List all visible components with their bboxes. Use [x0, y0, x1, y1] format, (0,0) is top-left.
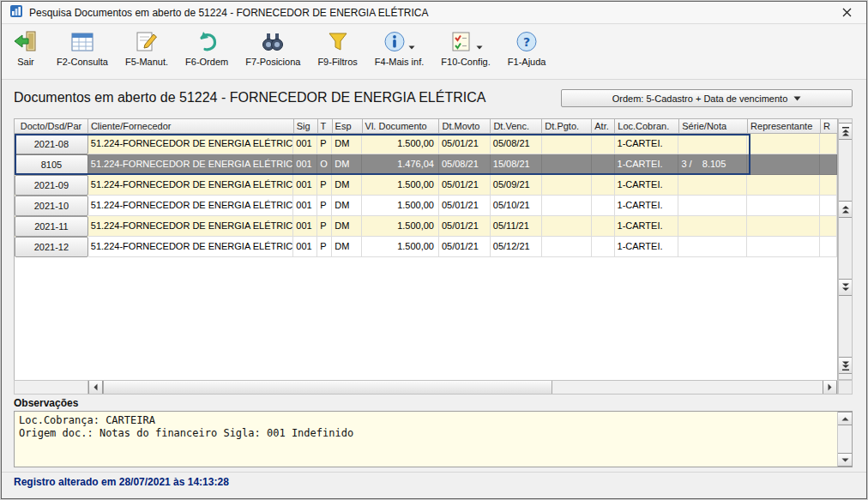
column-header[interactable]: Vl. Documento	[363, 118, 440, 134]
cell	[592, 216, 615, 237]
scroll-first-button[interactable]	[839, 123, 852, 140]
undo-icon	[195, 30, 219, 57]
toolbar-button-f2-consulta[interactable]: F2-Consulta	[57, 30, 108, 67]
table-row[interactable]: 2021-1251.224-FORNECEDOR DE ENERGIA ELÉT…	[15, 237, 837, 257]
scroll-track[interactable]	[839, 218, 852, 279]
cell	[542, 237, 592, 257]
info-icon	[383, 30, 406, 57]
cell	[747, 216, 820, 237]
table-row[interactable]: 2021-1151.224-FORNECEDOR DE ENERGIA ELÉT…	[15, 216, 837, 237]
order-button[interactable]: Ordem: 5-Cadastro + Data de vencimento	[561, 89, 853, 107]
cell: 001	[293, 196, 317, 216]
memo-text: Loc.Cobrança: CARTEIRAOrigem doc.: Notas…	[19, 414, 835, 440]
row-header-button[interactable]: 2021-09	[15, 175, 88, 196]
memo-scroll-up-button[interactable]	[838, 412, 852, 425]
dropdown-arrow-icon[interactable]	[408, 38, 415, 53]
toolbar-button-f10-config[interactable]: F10-Config.	[441, 30, 490, 67]
status-separator	[2, 472, 866, 473]
edit-icon	[135, 30, 159, 57]
scroll-prior-button[interactable]	[839, 201, 852, 218]
column-header[interactable]: Cliente/Fornecedor	[88, 118, 294, 134]
scroll-next-button[interactable]	[839, 279, 852, 296]
help-icon: ?	[515, 30, 538, 57]
memo-scrollbar[interactable]	[837, 412, 852, 467]
horizontal-scrollbar[interactable]	[14, 380, 838, 395]
memo-scroll-track[interactable]	[838, 425, 852, 453]
toolbar-label: F2-Consulta	[57, 57, 108, 67]
cell	[747, 154, 820, 175]
cell: 001	[293, 134, 317, 154]
scroll-last-button[interactable]	[839, 357, 852, 374]
toolbar-label: F7-Posiciona	[245, 57, 300, 67]
column-header[interactable]: T	[318, 118, 333, 134]
close-icon	[842, 8, 852, 17]
row-header-button[interactable]: 2021-08	[15, 134, 88, 154]
cell: DM	[332, 216, 362, 237]
column-header[interactable]: Dt.Pgto.	[542, 118, 592, 134]
table-row[interactable]: 810551.224-FORNECEDOR DE ENERGIA ELÉTRIC…	[15, 154, 837, 175]
scroll-right-button[interactable]	[823, 381, 837, 394]
toolbar-label: Sair	[17, 57, 34, 67]
toolbar-button-f1-ajuda[interactable]: ?F1-Ajuda	[508, 30, 546, 67]
arrow-right-icon	[828, 383, 832, 391]
arrow-left-icon	[93, 383, 98, 391]
row-header-button[interactable]: 2021-10	[15, 196, 88, 216]
vertical-scrollbar[interactable]	[838, 118, 853, 380]
cell: 1.500,00	[362, 175, 439, 196]
window-title: Pesquisa Documentos em aberto de 51224 -…	[29, 7, 429, 19]
memo-scroll-down-button[interactable]	[838, 453, 852, 467]
toolbar-button-f5-manut[interactable]: F5-Manut.	[125, 30, 168, 67]
cell	[542, 196, 592, 216]
app-window: Pesquisa Documentos em aberto de 51224 -…	[1, 1, 867, 499]
scroll-track[interactable]	[839, 296, 852, 357]
row-header-button[interactable]: 2021-12	[15, 237, 88, 257]
toolbar-button-f7-posiciona[interactable]: F7-Posiciona	[245, 30, 300, 67]
memo-line: Loc.Cobrança: CARTEIRA	[19, 414, 835, 427]
column-header[interactable]: Série/Nota	[679, 118, 748, 134]
filter-icon	[326, 30, 350, 57]
cell	[747, 237, 820, 257]
toolbar-button-f6-ordem[interactable]: F6-Ordem	[185, 30, 228, 67]
toolbar-button-sair[interactable]: Sair	[12, 30, 39, 67]
scroll-thumb[interactable]	[103, 381, 552, 394]
close-button[interactable]	[835, 3, 859, 22]
column-header[interactable]: Dt.Movto	[439, 118, 491, 134]
scroll-track[interactable]	[839, 140, 852, 201]
cell: P	[317, 196, 332, 216]
cell: 001	[293, 216, 317, 237]
cell: 05/10/21	[491, 196, 542, 216]
cell	[678, 237, 747, 257]
cell	[820, 237, 837, 257]
column-header[interactable]: Dt.Venc.	[491, 118, 542, 134]
column-header[interactable]: Docto/Dsd/Par	[15, 118, 88, 134]
cell	[678, 196, 747, 216]
cell	[542, 216, 592, 237]
cell: 51.224-FORNECEDOR DE ENERGIA ELÉTRICA	[88, 154, 293, 175]
row-header-button[interactable]: 8105	[15, 154, 88, 175]
app-icon	[9, 4, 23, 21]
cell	[747, 175, 820, 196]
scroll-left-button[interactable]	[88, 381, 103, 394]
cell	[820, 154, 837, 175]
scroll-track[interactable]	[839, 374, 852, 379]
row-header-button[interactable]: 2021-11	[15, 216, 88, 237]
dropdown-arrow-icon[interactable]	[476, 38, 483, 53]
cell: 001	[293, 237, 317, 257]
table-row[interactable]: 2021-1051.224-FORNECEDOR DE ENERGIA ELÉT…	[15, 196, 837, 216]
column-header[interactable]: Loc.Cobran.	[615, 118, 679, 134]
cell	[678, 216, 747, 237]
table-row[interactable]: 2021-0951.224-FORNECEDOR DE ENERGIA ELÉT…	[15, 175, 837, 196]
column-header[interactable]: Atr.	[592, 118, 615, 134]
column-header[interactable]: Esp	[333, 118, 363, 134]
column-header[interactable]: Representante	[748, 118, 821, 134]
column-header[interactable]: Sig	[294, 118, 318, 134]
toolbar-button-f4-mais-inf[interactable]: F4-Mais inf.	[375, 30, 424, 67]
table-row[interactable]: 2021-0851.224-FORNECEDOR DE ENERGIA ELÉT…	[15, 134, 837, 154]
cell: 51.224-FORNECEDOR DE ENERGIA ELÉTRICA	[88, 216, 293, 237]
column-header[interactable]: R	[821, 118, 838, 134]
toolbar-button-f9-filtros[interactable]: F9-Filtros	[317, 30, 357, 67]
cell: 1-CARTEI.	[615, 154, 679, 175]
cell: P	[317, 237, 332, 257]
cell: 51.224-FORNECEDOR DE ENERGIA ELÉTRICA	[88, 134, 293, 154]
cell: 1-CARTEI.	[615, 237, 679, 257]
